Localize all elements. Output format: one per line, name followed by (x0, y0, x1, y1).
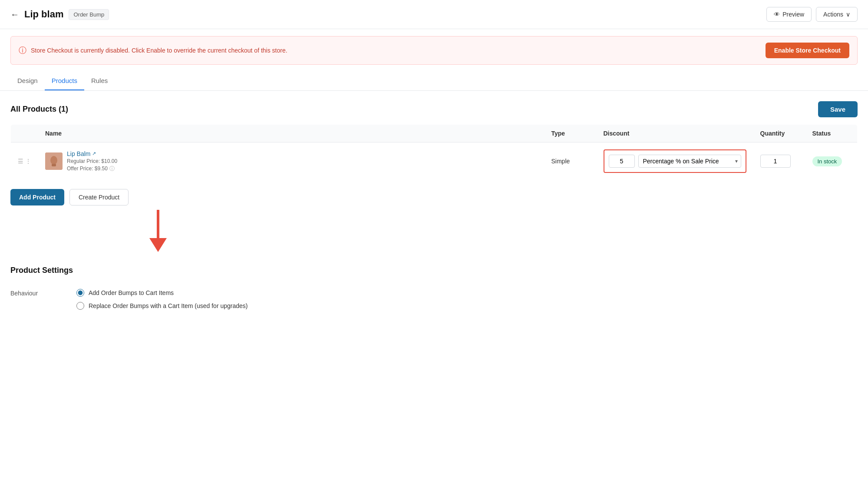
product-name-link[interactable]: Lip Balm ↗ (67, 150, 117, 157)
regular-price: Regular Price: $10.00 (67, 158, 117, 164)
enable-store-checkout-button[interactable]: Enable Store Checkout (766, 43, 849, 58)
offer-price-text: Offer Price: $9.50 (67, 166, 108, 172)
alert-text: Store Checkout is currently disabled. Cl… (31, 47, 287, 54)
col-header-discount: Discount (597, 125, 753, 142)
arrow-indicator (149, 210, 858, 252)
more-options-icon[interactable]: ⋮ (25, 158, 31, 165)
products-table: Name Type Discount Quantity Status ☰ ⋮ (10, 124, 858, 180)
product-settings-section: Product Settings Behaviour Add Order Bum… (10, 266, 858, 315)
table-row: ☰ ⋮ (11, 142, 858, 180)
page-title: Lip blam (24, 9, 63, 20)
info-icon: ⓘ (19, 45, 26, 56)
tab-products[interactable]: Products (45, 72, 84, 90)
section-title: All Products (1) (10, 105, 68, 114)
discount-type-wrapper: Percentage % on Sale Price Percentage % … (638, 155, 741, 168)
action-buttons: Add Product Create Product (10, 189, 858, 205)
preview-label: Preview (782, 11, 804, 18)
main-content: All Products (1) Save Name Type Discount… (0, 91, 868, 325)
reorder-icon[interactable]: ☰ (18, 158, 23, 165)
header-left: ← Lip blam Order Bump (10, 9, 109, 20)
page-header: ← Lip blam Order Bump 👁 Preview Actions … (0, 0, 868, 29)
add-product-button[interactable]: Add Product (10, 189, 64, 205)
create-product-button[interactable]: Create Product (69, 189, 129, 205)
radio-label-replace: Replace Order Bumps with a Cart Item (us… (89, 302, 248, 309)
eye-icon: 👁 (774, 11, 780, 18)
product-thumbnail (45, 152, 63, 170)
product-type-cell: Simple (545, 142, 597, 180)
radio-replace[interactable] (76, 302, 84, 310)
radio-label-add: Add Order Bumps to Cart Items (89, 289, 174, 296)
preview-button[interactable]: 👁 Preview (766, 7, 812, 22)
col-header-type: Type (545, 125, 597, 142)
product-name-text: Lip Balm (67, 150, 90, 157)
behaviour-row: Behaviour Add Order Bumps to Cart Items … (10, 284, 858, 315)
drag-handle-cell: ☰ ⋮ (11, 142, 39, 180)
alert-banner: ⓘ Store Checkout is currently disabled. … (10, 36, 858, 65)
product-type: Simple (551, 158, 570, 165)
quantity-input[interactable] (760, 155, 791, 168)
svg-point-1 (50, 156, 57, 165)
help-icon[interactable]: ⓘ (109, 165, 115, 172)
discount-cell: Percentage % on Sale Price Percentage % … (597, 142, 753, 180)
tab-design[interactable]: Design (10, 72, 45, 90)
product-name-cell: Lip Balm ↗ Regular Price: $10.00 Offer P… (38, 142, 545, 180)
tabs-nav: Design Products Rules (0, 72, 868, 91)
section-header: All Products (1) Save (10, 101, 858, 117)
col-header-status: Status (805, 125, 858, 142)
red-arrow-container (149, 210, 167, 252)
save-button[interactable]: Save (818, 101, 858, 117)
order-bump-badge: Order Bump (69, 9, 109, 20)
discount-type-select[interactable]: Percentage % on Sale Price Percentage % … (638, 155, 741, 168)
status-cell: In stock (805, 142, 858, 180)
discount-value-input[interactable] (609, 155, 635, 168)
alert-left: ⓘ Store Checkout is currently disabled. … (19, 45, 287, 56)
actions-button[interactable]: Actions ∨ (816, 7, 858, 22)
col-header-quantity: Quantity (753, 125, 805, 142)
svg-rect-2 (52, 164, 56, 166)
external-link-icon: ↗ (92, 151, 96, 156)
discount-wrapper: Percentage % on Sale Price Percentage % … (604, 149, 746, 173)
behaviour-label: Behaviour (10, 290, 63, 297)
radio-option-replace[interactable]: Replace Order Bumps with a Cart Item (us… (76, 302, 248, 310)
radio-option-add[interactable]: Add Order Bumps to Cart Items (76, 289, 248, 297)
tab-rules[interactable]: Rules (84, 72, 115, 90)
col-header-drag (11, 125, 39, 142)
header-right: 👁 Preview Actions ∨ (766, 7, 858, 22)
offer-price: Offer Price: $9.50 ⓘ (67, 165, 117, 172)
radio-add-to-cart[interactable] (76, 289, 84, 297)
drag-icons: ☰ ⋮ (18, 158, 31, 165)
quantity-cell (753, 142, 805, 180)
status-badge: In stock (812, 156, 842, 166)
actions-label: Actions (823, 11, 843, 18)
back-button[interactable]: ← (10, 10, 19, 20)
chevron-down-icon: ∨ (846, 11, 850, 18)
behaviour-options: Add Order Bumps to Cart Items Replace Or… (76, 289, 248, 310)
arrow-head (149, 238, 167, 252)
product-settings-title: Product Settings (10, 266, 858, 275)
col-header-name: Name (38, 125, 545, 142)
arrow-shaft (157, 210, 159, 238)
